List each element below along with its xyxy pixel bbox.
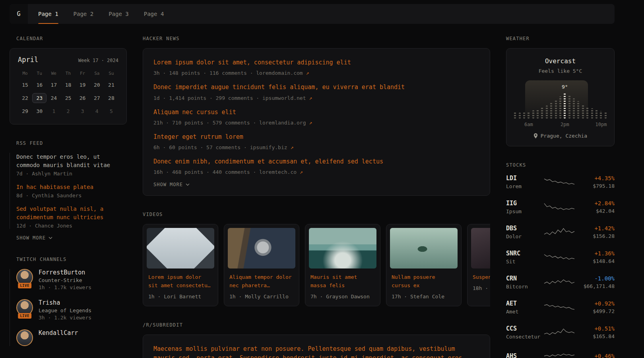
weather-hour-bar [582, 104, 584, 119]
hn-story-title[interactable]: Integer eget rutrum lorem [153, 132, 479, 142]
calendar-day: 3 [76, 106, 90, 116]
tab-page-4[interactable]: Page 4 [144, 4, 164, 24]
stock-price: $66,171.48 [578, 283, 615, 289]
weather-hourly-chart: 9° [513, 80, 608, 119]
rss-item-title[interactable]: Sed volutpat nulla nisl, a condimentum n… [16, 205, 127, 222]
video-card[interactable]: Aliquam tempor dolor nec pharetra…1h · M… [224, 224, 299, 306]
avatar: LIVE [16, 269, 33, 286]
video-title[interactable]: Lorem ipsum dolor sit amet consectetu… [147, 273, 214, 290]
stock-row[interactable]: IIGIpsum+2.84%$42.04 [506, 200, 615, 214]
stock-symbol: CCS [506, 325, 540, 332]
hn-story: Donec enim nibh, condimentum et accumsan… [153, 157, 479, 175]
hn-story-source-link[interactable]: ipsumify.biz ↗ [250, 144, 294, 150]
stock-price: $148.64 [578, 258, 615, 264]
weather-hour-bar [568, 95, 570, 119]
twitch-channel[interactable]: LIVETrishaLeague of Legends3h · 1.2k vie… [16, 299, 127, 321]
weather-hour-bar [586, 107, 588, 119]
stock-change: +4.35% [578, 175, 615, 181]
hn-story-meta: 16h · 468 points · 440 comments · loremt… [153, 169, 479, 175]
video-title[interactable]: Suspendisse diam [471, 273, 490, 282]
stock-sparkline [540, 226, 578, 238]
hackernews-show-more-button[interactable]: SHOW MORE [153, 182, 190, 187]
video-thumbnail[interactable] [471, 228, 490, 268]
hn-story-source-link[interactable]: loremtech.co ↗ [259, 169, 303, 175]
rss-item-title[interactable]: Donec tempor eros leo, ut commodo mauris… [16, 153, 127, 169]
tab-page-2[interactable]: Page 2 [74, 4, 94, 24]
stock-change: +1.36% [578, 250, 615, 257]
twitch-widget: TWITCH CHANNELS LIVEForrestBurtonCounter… [10, 257, 127, 346]
channel-name[interactable]: Trisha [39, 299, 91, 306]
stock-name: Consectetur [506, 334, 540, 340]
hn-story-source-link[interactable]: loremlandia.org ↗ [259, 120, 312, 126]
weather-hour-slot [594, 80, 599, 119]
stock-price: $165.84 [578, 333, 615, 339]
app-logo[interactable]: G [10, 4, 28, 24]
stock-change: +0.92% [578, 300, 615, 307]
hn-story-title[interactable]: Donec enim nibh, condimentum et accumsan… [153, 157, 479, 166]
tab-page-1[interactable]: Page 1 [38, 4, 58, 24]
calendar-day-selected: 23 [32, 93, 47, 103]
stock-row[interactable]: LDILorem+4.35%$795.18 [506, 175, 615, 189]
tab-page-3[interactable]: Page 3 [109, 4, 129, 24]
stock-row[interactable]: AETAmet+0.92%$499.72 [506, 300, 615, 315]
stocks-widget: STOCKS LDILorem+4.35%$795.18IIGIpsum+2.8… [506, 162, 615, 358]
widget-title-videos: VIDEOS [143, 212, 490, 217]
stock-price: $42.04 [578, 208, 615, 214]
hn-story-source-link[interactable]: ipsumworld.net ↗ [262, 95, 312, 101]
stock-row[interactable]: AHS+0.46% [506, 350, 615, 358]
twitch-channel[interactable]: KendallCarr [16, 329, 127, 346]
hn-story-meta-text: 16h · 468 points · 440 comments · [153, 169, 259, 175]
video-title[interactable]: Mauris sit amet massa felis [309, 273, 376, 290]
hn-story-meta-text: 6h · 60 points · 57 comments · [153, 144, 250, 150]
show-more-label: SHOW MORE [16, 235, 46, 241]
weather-time-axis: 6am2pm10pm [513, 122, 608, 128]
video-thumbnail[interactable] [228, 228, 295, 268]
widget-title-calendar: CALENDAR [16, 36, 127, 41]
video-thumbnail[interactable] [390, 228, 458, 268]
video-card[interactable]: Suspendisse diam18h · Tara [467, 224, 490, 306]
widget-title-twitch: TWITCH CHANNELS [16, 257, 127, 262]
video-title[interactable]: Aliquam tempor dolor nec pharetra… [228, 273, 295, 290]
video-meta: 18h · Tara [471, 285, 490, 291]
weather-condition: Overcast [513, 57, 608, 65]
hn-story-title[interactable]: Aliquam nec cursus elit [153, 108, 479, 117]
video-card[interactable]: Lorem ipsum dolor sit amet consectetu…1h… [143, 224, 218, 306]
calendar-month: April [18, 56, 38, 64]
weather-hour-slot [545, 80, 549, 119]
weather-location: Prague, Czechia [513, 133, 608, 139]
reddit-post-title[interactable]: Maecenas mollis pulvinar erat non posuer… [153, 344, 479, 358]
right-column: WEATHER Overcast Feels like 5°C 9° 6am2p… [506, 36, 615, 358]
subreddit-card: Maecenas mollis pulvinar erat non posuer… [143, 335, 490, 358]
twitch-channel[interactable]: LIVEForrestBurtonCounter-Strike1h · 1.7k… [16, 269, 127, 290]
channel-name[interactable]: ForrestBurton [39, 269, 91, 276]
dashboard: G Page 1Page 2Page 3Page 4 CALENDAR Apri… [10, 4, 615, 358]
hn-story-title[interactable]: Lorem ipsum dolor sit amet, consectetur … [153, 58, 479, 67]
stock-sparkline-chart [543, 226, 575, 238]
stock-change: +1.42% [578, 225, 615, 232]
channel-name[interactable]: KendallCarr [39, 329, 78, 337]
stock-row[interactable]: CCSConsectetur+0.51%$165.84 [506, 325, 615, 340]
weather-card: Overcast Feels like 5°C 9° 6am2pm10pm Pr… [506, 48, 615, 146]
video-title[interactable]: Nullam posuere cursus ex [390, 273, 458, 290]
rss-item-title[interactable]: In hac habitasse platea [16, 183, 127, 191]
video-card[interactable]: Mauris sit amet massa felis7h · Grayson … [305, 224, 380, 306]
widget-title-stocks: STOCKS [506, 162, 615, 168]
stock-row[interactable]: SNRCSit+1.36%$148.64 [506, 250, 615, 265]
widget-title-weather: WEATHER [506, 36, 615, 41]
reddit-post: Maecenas mollis pulvinar erat non posuer… [153, 344, 479, 358]
video-thumbnail[interactable] [147, 228, 214, 268]
weather-hour-slot: 9° [563, 80, 567, 119]
stock-row[interactable]: DBSDolor+1.42%$156.28 [506, 225, 615, 239]
weather-hour-bar [523, 112, 525, 119]
videos-carousel: Lorem ipsum dolor sit amet consectetu…1h… [143, 224, 490, 306]
hn-story-source-link[interactable]: loremdomain.com ↗ [256, 70, 309, 76]
video-card[interactable]: Nullam posuere cursus ex17h · Stefan Col… [386, 224, 462, 306]
stock-sparkline [540, 201, 578, 213]
hn-story-title[interactable]: Donec imperdiet augue tincidunt felis al… [153, 83, 479, 92]
stock-row[interactable]: CRNBitcorn-1.00%$66,171.48 [506, 275, 615, 290]
video-thumbnail[interactable] [309, 228, 376, 268]
calendar-card: April Week 17 · 2024 MoTuWeThFrSaSu15161… [10, 48, 127, 125]
stock-identity: DBSDolor [506, 225, 540, 239]
left-column: CALENDAR April Week 17 · 2024 MoTuWeThFr… [10, 36, 127, 358]
rss-show-more-button[interactable]: SHOW MORE [16, 235, 52, 241]
